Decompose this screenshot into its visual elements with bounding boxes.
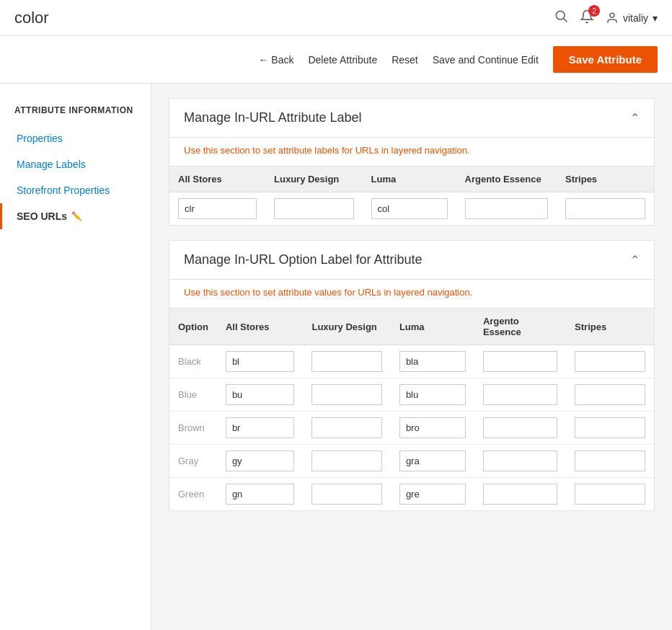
input-s2-luma-4[interactable] (399, 484, 466, 505)
sidebar-item-seo-urls[interactable]: SEO URLs ✏️ (0, 203, 151, 229)
input-s2-stripes-4[interactable] (575, 484, 645, 505)
option-label-1: Blue (169, 378, 217, 412)
section2-toggle-icon[interactable]: ⌃ (630, 253, 640, 267)
cell-s2-argento-essence-0[interactable] (474, 345, 566, 378)
table-row: Green (169, 478, 654, 511)
input-stripes[interactable] (565, 198, 645, 219)
col2-all-stores: All Stores (217, 309, 304, 345)
input-s2-argento-essence-1[interactable] (483, 384, 557, 405)
user-menu[interactable]: vitaliy ▾ (606, 12, 658, 25)
col-stripes: Stripes (557, 167, 654, 192)
input-s2-luxury-design-4[interactable] (311, 484, 381, 505)
cell-s2-luxury-design-4[interactable] (303, 478, 390, 511)
input-s2-all-stores-4[interactable] (226, 484, 295, 505)
cell-argento-essence[interactable] (456, 192, 557, 226)
search-icon[interactable] (554, 9, 568, 27)
cell-s2-stripes-0[interactable] (566, 345, 654, 378)
input-luxury-design[interactable] (274, 198, 354, 219)
reset-button[interactable]: Reset (392, 54, 418, 66)
col-luxury-design: Luxury Design (265, 167, 363, 192)
input-s2-all-stores-2[interactable] (226, 417, 295, 438)
input-s2-argento-essence-3[interactable] (483, 451, 557, 471)
cell-s2-all-stores-3[interactable] (217, 445, 304, 478)
table-row: Brown (169, 412, 654, 445)
section1-title: Manage In-URL Attribute Label (184, 110, 361, 125)
svg-point-0 (556, 11, 565, 19)
section1-toggle-icon[interactable]: ⌃ (630, 111, 640, 125)
section2-title: Manage In-URL Option Label for Attribute (184, 252, 423, 267)
sidebar-item-properties[interactable]: Properties (0, 125, 151, 151)
section2-header: Manage In-URL Option Label for Attribute… (169, 241, 654, 280)
notification-count: 2 (588, 5, 600, 17)
table-row (169, 192, 654, 226)
delete-attribute-button[interactable]: Delete Attribute (308, 54, 377, 66)
cell-s2-luma-1[interactable] (391, 378, 474, 412)
top-bar-right: 2 vitaliy ▾ (554, 9, 658, 27)
sidebar-item-storefront-properties[interactable]: Storefront Properties (0, 177, 151, 203)
table-row: Blue (169, 378, 654, 412)
cell-s2-argento-essence-2[interactable] (474, 412, 566, 445)
cell-s2-luxury-design-3[interactable] (303, 445, 390, 478)
input-s2-stripes-0[interactable] (575, 351, 645, 372)
cell-all-stores[interactable] (169, 192, 265, 226)
table-row: Gray (169, 445, 654, 478)
cell-s2-luxury-design-0[interactable] (303, 345, 390, 378)
cell-s2-stripes-2[interactable] (566, 412, 654, 445)
input-luma[interactable] (371, 198, 448, 219)
cell-s2-all-stores-4[interactable] (217, 478, 304, 511)
input-argento-essence[interactable] (465, 198, 549, 219)
input-s2-argento-essence-2[interactable] (483, 417, 557, 438)
option-label-2: Brown (169, 412, 217, 445)
input-s2-argento-essence-0[interactable] (483, 351, 557, 372)
cell-s2-stripes-1[interactable] (566, 378, 654, 412)
back-button[interactable]: ← Back (258, 54, 293, 66)
cell-s2-all-stores-2[interactable] (217, 412, 304, 445)
input-s2-all-stores-3[interactable] (226, 451, 295, 471)
section2-desc: Use this section to set attribute values… (169, 280, 654, 309)
input-s2-stripes-3[interactable] (575, 451, 645, 471)
input-s2-luma-2[interactable] (399, 417, 466, 438)
edit-icon: ✏️ (71, 211, 82, 221)
input-s2-argento-essence-4[interactable] (483, 484, 557, 505)
input-s2-stripes-1[interactable] (575, 384, 645, 405)
user-name: vitaliy (623, 12, 648, 24)
cell-s2-argento-essence-1[interactable] (474, 378, 566, 412)
cell-s2-stripes-4[interactable] (566, 478, 654, 511)
sidebar-section-title: ATTRIBUTE INFORMATION (0, 98, 151, 125)
main-layout: ATTRIBUTE INFORMATION Properties Manage … (0, 84, 672, 630)
cell-s2-luma-2[interactable] (391, 412, 474, 445)
cell-s2-luma-3[interactable] (391, 445, 474, 478)
table-row: Black (169, 345, 654, 378)
page-title: color (14, 9, 49, 27)
save-attribute-button[interactable]: Save Attribute (553, 46, 658, 73)
input-s2-luxury-design-3[interactable] (311, 451, 381, 471)
col2-stripes: Stripes (566, 309, 654, 345)
notification-badge[interactable]: 2 (580, 9, 594, 26)
cell-s2-argento-essence-3[interactable] (474, 445, 566, 478)
cell-s2-luxury-design-1[interactable] (303, 378, 390, 412)
sidebar: ATTRIBUTE INFORMATION Properties Manage … (0, 84, 151, 630)
cell-s2-argento-essence-4[interactable] (474, 478, 566, 511)
input-all-stores[interactable] (178, 198, 257, 219)
sidebar-item-manage-labels[interactable]: Manage Labels (0, 151, 151, 177)
cell-s2-stripes-3[interactable] (566, 445, 654, 478)
input-s2-luma-1[interactable] (399, 384, 466, 405)
cell-s2-luxury-design-2[interactable] (303, 412, 390, 445)
input-s2-all-stores-1[interactable] (226, 384, 295, 405)
cell-luxury-design[interactable] (265, 192, 363, 226)
input-s2-luxury-design-1[interactable] (311, 384, 381, 405)
cell-s2-all-stores-0[interactable] (217, 345, 304, 378)
cell-s2-luma-4[interactable] (391, 478, 474, 511)
input-s2-luma-3[interactable] (399, 451, 466, 471)
cell-s2-all-stores-1[interactable] (217, 378, 304, 412)
input-s2-all-stores-0[interactable] (226, 351, 295, 372)
input-s2-luxury-design-2[interactable] (311, 417, 381, 438)
cell-s2-luma-0[interactable] (391, 345, 474, 378)
input-s2-luxury-design-0[interactable] (311, 351, 381, 372)
cell-luma[interactable] (363, 192, 456, 226)
input-s2-stripes-2[interactable] (575, 417, 645, 438)
cell-stripes[interactable] (557, 192, 654, 226)
save-continue-button[interactable]: Save and Continue Edit (433, 54, 539, 66)
option-label-4: Green (169, 478, 217, 511)
input-s2-luma-0[interactable] (399, 351, 466, 372)
